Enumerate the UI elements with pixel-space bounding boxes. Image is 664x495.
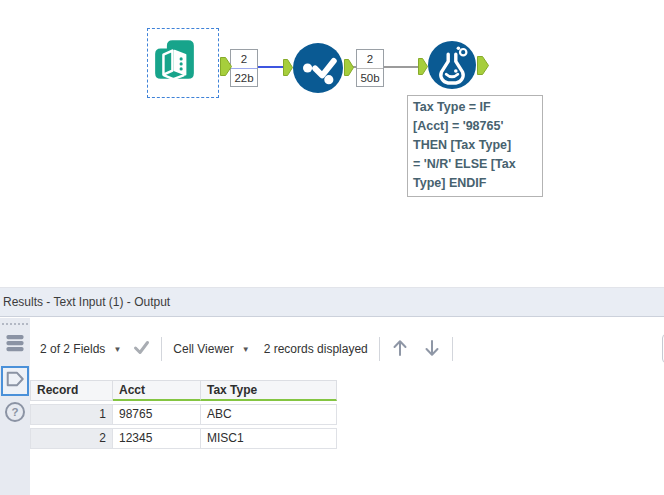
check-circle-icon xyxy=(293,79,343,96)
chevron-down-icon[interactable]: ▼ xyxy=(242,345,250,354)
workflow-canvas[interactable]: 2 22b 2 xyxy=(0,0,664,287)
annotation-line: Type] ENDIF xyxy=(413,174,537,193)
record-count: 2 xyxy=(357,50,383,68)
column-header-tax-type[interactable]: Tax Type xyxy=(201,380,337,401)
output-anchor-icon[interactable] xyxy=(220,57,232,80)
column-header-acct[interactable]: Acct xyxy=(113,380,201,401)
header-row: Record Acct Tax Type xyxy=(30,380,337,401)
data-size: 22b xyxy=(231,69,257,87)
results-toolbar: 2 of 2 Fields ▼ Cell Viewer ▼ 2 records … xyxy=(30,332,664,366)
tool-formula[interactable] xyxy=(428,41,476,89)
chevron-down-icon[interactable]: ▼ xyxy=(113,345,121,354)
acct-cell[interactable]: 98765 xyxy=(113,404,201,425)
input-anchor-icon[interactable] xyxy=(418,58,428,79)
results-side-toolbar: ? xyxy=(0,318,30,495)
output-anchor-icon[interactable] xyxy=(477,56,489,79)
annotation-line: = 'N/R' ELSE [Tax xyxy=(413,155,537,174)
results-grid: Record Acct Tax Type 1 98765 ABC 2 12345… xyxy=(30,380,337,452)
acct-cell[interactable]: 12345 xyxy=(113,428,201,449)
results-title: Results - Text Input (1) - Output xyxy=(3,295,170,309)
records-status: 2 records displayed xyxy=(264,342,368,356)
apply-checkmark-button[interactable] xyxy=(133,340,150,358)
flask-icon xyxy=(428,75,476,92)
alteryx-designer-window: 2 22b 2 xyxy=(0,0,664,495)
data-view-button-selected[interactable] xyxy=(1,366,29,396)
connection-progress-badge[interactable]: 2 50b xyxy=(356,49,384,87)
scroll-up-button[interactable] xyxy=(391,338,409,361)
data-size: 50b xyxy=(357,69,383,87)
fields-dropdown[interactable]: 2 of 2 Fields xyxy=(40,342,105,356)
column-header-record[interactable]: Record xyxy=(30,380,113,401)
results-content: 2 of 2 Fields ▼ Cell Viewer ▼ 2 records … xyxy=(30,318,664,495)
table-rows-icon xyxy=(5,333,25,357)
record-count: 2 xyxy=(231,50,257,68)
toolbar-separator xyxy=(379,337,380,361)
record-number-cell[interactable]: 2 xyxy=(30,428,113,449)
annotation-line: THEN [Tax Type] xyxy=(413,136,537,155)
svg-text:?: ? xyxy=(11,406,18,418)
help-icon: ? xyxy=(4,401,26,427)
tax-type-cell[interactable]: ABC xyxy=(201,404,337,425)
results-panel-header: Results - Text Input (1) - Output xyxy=(0,287,664,317)
results-panel: ? 2 of 2 Fields ▼ Cell Viewer ▼ 2 record… xyxy=(0,318,664,495)
output-anchor-icon[interactable] xyxy=(344,59,354,80)
annotation-line: Tax Type = IF xyxy=(413,98,537,117)
scroll-down-button[interactable] xyxy=(423,338,441,361)
book-icon xyxy=(151,69,198,86)
table-row[interactable]: 2 12345 MISC1 xyxy=(30,428,337,449)
tax-type-cell[interactable]: MISC1 xyxy=(201,428,337,449)
table-row[interactable]: 1 98765 ABC xyxy=(30,404,337,425)
toolbar-separator xyxy=(161,337,162,361)
tool-text-input[interactable] xyxy=(151,36,198,83)
connection-progress-badge[interactable]: 2 22b xyxy=(230,49,258,87)
data-pentagon-icon xyxy=(5,369,25,393)
help-button[interactable]: ? xyxy=(3,402,27,426)
tool-select[interactable] xyxy=(293,43,343,93)
formula-annotation[interactable]: Tax Type = IF [Acct] = '98765' THEN [Tax… xyxy=(407,95,543,197)
record-number-cell[interactable]: 1 xyxy=(30,404,113,425)
annotation-line: [Acct] = '98765' xyxy=(413,117,537,136)
panel-grip-handle[interactable] xyxy=(2,323,28,325)
input-anchor-icon[interactable] xyxy=(283,59,293,80)
toolbar-separator xyxy=(452,337,453,361)
table-view-button[interactable] xyxy=(3,333,27,357)
cell-viewer-dropdown[interactable]: Cell Viewer xyxy=(173,342,233,356)
